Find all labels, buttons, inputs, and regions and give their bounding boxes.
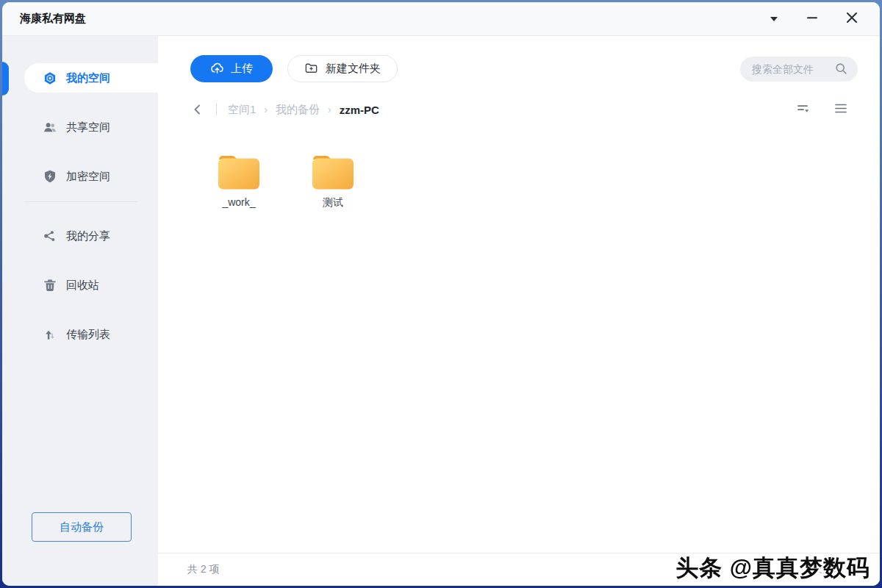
folder-icon [215, 149, 263, 193]
caret-down-icon [770, 13, 778, 24]
breadcrumb-item: zzm-PC [340, 104, 379, 116]
back-button[interactable] [190, 102, 205, 117]
people-icon [43, 121, 57, 134]
search-icon[interactable] [835, 62, 847, 75]
upload-button[interactable]: 上传 [190, 55, 273, 82]
breadcrumb-row: 空间1›我的备份›zzm-PC [190, 98, 858, 121]
security-lock-label: 安全锁 [813, 563, 842, 576]
sidebar-item-label: 加密空间 [66, 170, 110, 184]
sidebar-nav: 我的空间 共享空间 加密空间 我的分享 回收站 传输列表 自动备份 [2, 36, 158, 586]
auto-backup-button[interactable]: 自动备份 [32, 512, 132, 542]
file-grid: _work_ 测试 [158, 121, 880, 553]
new-folder-button[interactable]: 新建文件夹 [287, 55, 398, 82]
breadcrumb: 空间1›我的备份›zzm-PC [228, 103, 379, 117]
sidebar-divider [24, 201, 137, 202]
search-box [740, 57, 858, 82]
sidebar-items: 我的空间 共享空间 加密空间 我的分享 回收站 传输列表 [2, 63, 158, 349]
cloud-upload-icon [210, 61, 224, 77]
app-window: 海康私有网盘 我的空间 [2, 2, 880, 586]
search-input[interactable] [752, 63, 835, 75]
window-menu-button[interactable] [768, 12, 780, 26]
sort-icon [797, 103, 811, 117]
minimize-button[interactable] [805, 10, 820, 27]
breadcrumb-item[interactable]: 空间1 [228, 103, 256, 117]
window-controls [768, 10, 880, 27]
close-icon [846, 12, 858, 26]
folder-name: 测试 [323, 196, 343, 209]
shield-icon [43, 170, 57, 183]
breadcrumb-item[interactable]: 我的备份 [276, 103, 320, 117]
sidebar-item-my-space[interactable]: 我的空间 [24, 63, 158, 93]
hexagon-space-icon [43, 71, 57, 85]
transfer-icon [43, 328, 57, 341]
folder-plus-icon [304, 61, 318, 77]
sidebar-item-my-shares[interactable]: 我的分享 [24, 221, 158, 251]
chevron-right-icon: › [264, 104, 268, 115]
statusbar: 共 2 项 安全锁 [158, 553, 880, 586]
sidebar-item-label: 共享空间 [66, 121, 110, 135]
app-title: 海康私有网盘 [2, 12, 86, 26]
view-controls [795, 101, 858, 118]
sidebar-item-encrypted-space[interactable]: 加密空间 [24, 162, 158, 191]
sidebar-item-transfer-list[interactable]: 传输列表 [24, 320, 158, 349]
sort-button[interactable] [795, 101, 812, 118]
upload-button-label: 上传 [231, 62, 253, 76]
sidebar-item-label: 回收站 [66, 279, 99, 293]
minimize-icon [806, 12, 818, 26]
content-panel: 上传 新建文件夹 [158, 36, 880, 586]
folder-name: _work_ [222, 196, 255, 208]
sidebar-item-shared-space[interactable]: 共享空间 [24, 112, 158, 142]
folder-item[interactable]: 测试 [286, 140, 380, 209]
close-button[interactable] [845, 10, 859, 27]
folder-item[interactable]: _work_ [192, 140, 286, 209]
list-view-button[interactable] [833, 101, 849, 118]
titlebar: 海康私有网盘 [2, 2, 880, 36]
sidebar-item-label: 传输列表 [66, 328, 110, 342]
breadcrumb-divider [216, 104, 217, 115]
new-folder-button-label: 新建文件夹 [326, 62, 381, 76]
sidebar-item-label: 我的分享 [66, 229, 110, 243]
folder-icon [309, 149, 357, 193]
item-count-label: 共 2 项 [187, 563, 220, 576]
toolbar: 上传 新建文件夹 [158, 36, 880, 82]
sidebar-item-recycle-bin[interactable]: 回收站 [24, 270, 158, 300]
main-area: 我的空间 共享空间 加密空间 我的分享 回收站 传输列表 自动备份 [2, 36, 880, 586]
sidebar-item-label: 我的空间 [66, 71, 110, 85]
trash-icon [43, 279, 57, 292]
chevron-right-icon: › [328, 104, 331, 115]
list-view-icon [834, 103, 847, 116]
active-item-indicator [2, 62, 9, 96]
share-icon [43, 229, 57, 243]
